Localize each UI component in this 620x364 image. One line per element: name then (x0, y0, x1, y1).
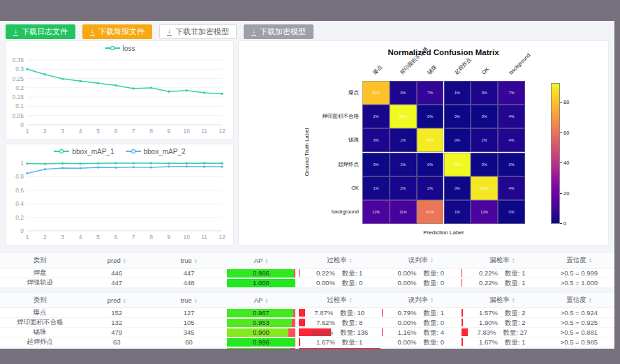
confusion-matrix-cell: 0% (362, 153, 390, 176)
sort-icon[interactable]: ▲▼ (265, 258, 268, 264)
sort-icon[interactable]: ▲▼ (194, 258, 198, 264)
confusion-matrix-cell-value: 1% (455, 210, 460, 214)
confusion-matrix-cell: 0% (444, 128, 471, 152)
col-header-label: pred (108, 257, 121, 264)
col-header-ap[interactable]: AP▲▼ (224, 293, 298, 308)
sort-icon[interactable]: ▲▼ (512, 297, 515, 303)
col-header-class: 类别 (0, 293, 80, 308)
ap-bar: 0.996 (227, 338, 295, 347)
legend-item-bbox_mAP_1[interactable]: bbox_mAP_1 (54, 148, 114, 156)
true-count-cell: 105 (154, 318, 224, 328)
confusion-matrix-cell: 11% (390, 200, 417, 224)
ap-bar: 1.000 (227, 279, 295, 287)
legend-item-bbox_mAP_2[interactable]: bbox_mAP_2 (126, 148, 186, 156)
metrics-tables: 类别pred▲▼true▲▼AP▲▼过检率▲▼误判率▲▼漏检率▲▼置信度▲▼焊盘… (0, 253, 614, 349)
class-name-cell: 起焊炸点 (0, 338, 80, 347)
download-report-button[interactable]: ↓ 下载简报文件 (82, 24, 152, 39)
col-header-conf[interactable]: 置信度▲▼ (544, 253, 614, 268)
confusion-matrix-cell-value: 0% (455, 138, 460, 142)
rate-text: 1.67%数量: 1 (299, 338, 381, 347)
rate-wrap: 1.90%数量: 2 (462, 318, 543, 327)
col-header-over[interactable]: 过检率▲▼ (298, 253, 381, 268)
col-header-true[interactable]: true▲▼ (154, 253, 224, 268)
col-header-miss[interactable]: 漏检率▲▼ (461, 293, 544, 308)
download-log-button[interactable]: ↓ 下载日志文件 (6, 24, 75, 39)
sort-icon[interactable]: ▲▼ (123, 258, 126, 264)
confusion-matrix-cell: 90% (417, 128, 444, 152)
rate-text: 7.62%数量: 8 (299, 318, 381, 327)
confusion-matrix-cell-value: 81% (372, 91, 380, 95)
svg-text:11: 11 (201, 128, 207, 135)
col-header-label: 置信度 (566, 256, 586, 264)
pred-count-cell: 132 (80, 318, 154, 328)
sort-icon[interactable]: ▲▼ (265, 298, 268, 303)
loss-chart-card: loss 00.050.10.150.20.250.30.35123456789… (6, 40, 234, 139)
svg-text:12: 12 (219, 234, 226, 241)
detection-summary-table: 类别pred▲▼true▲▼AP▲▼过检率▲▼误判率▲▼漏检率▲▼置信度▲▼焊盘… (0, 253, 614, 288)
sort-icon[interactable]: ▲▼ (348, 297, 352, 303)
rate-text: 0.00%数量: 0 (299, 278, 381, 287)
svg-text:2: 2 (43, 234, 47, 241)
download-unencrypted-model-button[interactable]: ↓ 下载非加密模型 (159, 24, 237, 39)
confidence-cell: >0.5 = 0.999 (544, 268, 614, 278)
rate-count: 数量: 0 (423, 338, 444, 347)
rate-percent: 1.57% (479, 308, 498, 317)
sort-icon[interactable]: ▲▼ (589, 257, 592, 263)
col-header-mis[interactable]: 误判率▲▼ (381, 253, 461, 268)
rate-wrap: 0.00%数量: 0 (299, 278, 381, 287)
rate-wrap: 0.00%数量: 0 (382, 278, 460, 287)
col-header-ap[interactable]: AP▲▼ (224, 253, 298, 268)
rate-wrap: 39.42%数量: 136 (299, 328, 381, 337)
col-header-label: AP (254, 257, 263, 264)
rate-count: 数量: 0 (423, 318, 444, 327)
col-header-mis[interactable]: 误判率▲▼ (381, 293, 461, 308)
rate-text: 0.22%数量: 1 (462, 268, 543, 278)
download-encrypted-model-button[interactable]: ↓ 下载加密模型 (244, 24, 313, 39)
sort-icon[interactable]: ▲▼ (512, 257, 515, 263)
sort-icon[interactable]: ▲▼ (589, 297, 592, 303)
map-chart-legend: bbox_mAP_1bbox_mAP_2 (6, 144, 233, 158)
over-rate-cell: 39.42%数量: 136 (298, 328, 381, 338)
col-header-pred[interactable]: pred▲▼ (80, 253, 154, 268)
confusion-matrix-cell: 61% (417, 200, 444, 224)
col-header-conf[interactable]: 置信度▲▼ (544, 293, 614, 308)
svg-text:0.4: 0.4 (15, 200, 24, 207)
rate-text: 1.90%数量: 2 (462, 318, 543, 327)
ap-bar: 0.967 (227, 309, 295, 317)
sort-icon[interactable]: ▲▼ (194, 298, 198, 303)
confusion-matrix-cell-value: 2% (427, 186, 433, 190)
confusion-matrix-col-label: 爆点 (371, 63, 385, 77)
col-header-miss[interactable]: 漏检率▲▼ (461, 253, 544, 268)
confusion-matrix-cell-value: 0% (509, 210, 515, 214)
col-header-over[interactable]: 过检率▲▼ (298, 293, 381, 308)
sort-icon[interactable]: ▲▼ (430, 297, 434, 303)
confusion-matrix-cell-value: 3% (400, 91, 406, 95)
sort-icon[interactable]: ▲▼ (430, 257, 434, 263)
col-header-pred[interactable]: pred▲▼ (80, 293, 154, 308)
confusion-matrix-cell: 1% (390, 128, 417, 152)
rate-percent: 1.67% (479, 338, 498, 347)
rate-count: 数量: 1 (423, 308, 444, 317)
table-row: 锡珠4793450.90039.42%数量: 1361.16%数量: 47.83… (0, 328, 614, 338)
confusion-matrix-cell: 2% (390, 176, 417, 200)
rate-wrap: 0.00%数量: 0 (382, 318, 460, 327)
confusion-matrix-cell: 1% (390, 153, 417, 176)
legend-item-loss[interactable]: loss (105, 45, 135, 52)
svg-text:5: 5 (96, 234, 100, 241)
confusion-matrix-cell: 12% (471, 200, 498, 224)
sort-icon[interactable]: ▲▼ (123, 298, 126, 303)
col-header-true[interactable]: true▲▼ (154, 293, 224, 308)
class-name-cell: 爆点 (0, 308, 80, 318)
ap-cell: 0.967 (224, 308, 298, 318)
confusion-matrix-cell: 1% (444, 81, 471, 105)
confusion-matrix-cell: 1% (444, 200, 471, 224)
confidence-cell: >0.5 = 0.924 (544, 308, 614, 318)
sort-icon[interactable]: ▲▼ (348, 257, 352, 263)
confusion-matrix-cell-value: 7% (427, 91, 433, 95)
ap-cell: 0.900 (224, 328, 298, 338)
confusion-matrix-cell-value: 90% (427, 138, 434, 142)
svg-text:5: 5 (96, 128, 100, 135)
rate-text: 0.79%数量: 1 (382, 308, 460, 317)
svg-text:1: 1 (26, 128, 29, 135)
download-icon: ↓ (90, 28, 95, 36)
